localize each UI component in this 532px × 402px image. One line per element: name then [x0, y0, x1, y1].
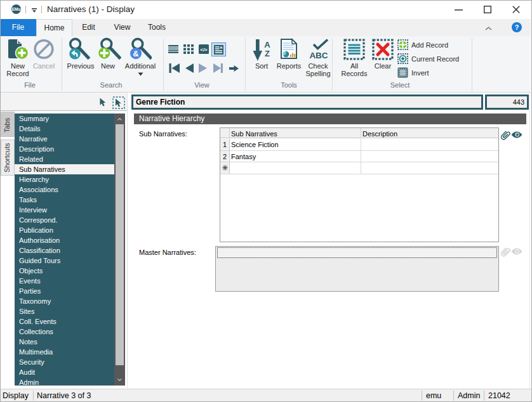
svg-text:&: & [133, 49, 138, 58]
svg-text:</>: </> [200, 47, 208, 53]
svg-text:A: A [264, 40, 270, 49]
svg-text:Z: Z [265, 49, 270, 58]
svg-text:ABC: ABC [309, 51, 328, 59]
